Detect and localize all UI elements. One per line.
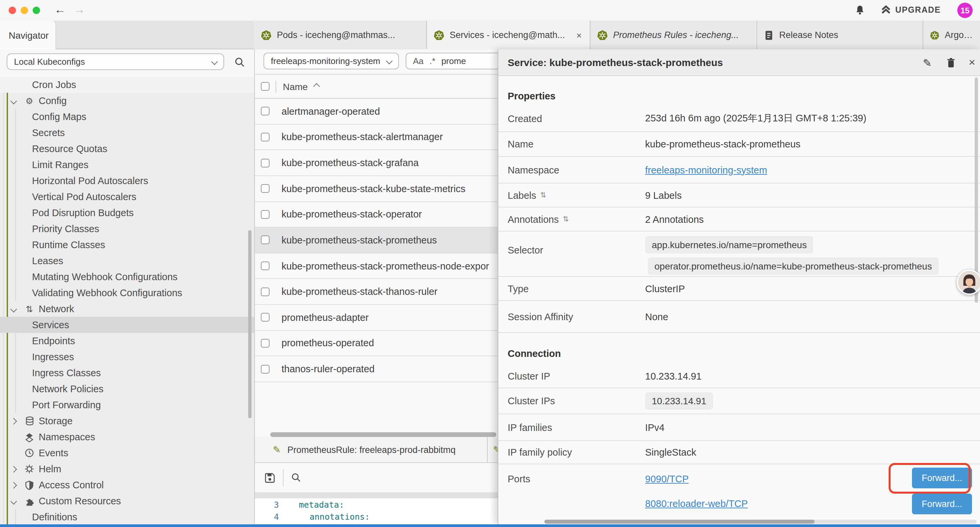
table-row[interactable]: alertmanager-operated — [255, 99, 498, 124]
port-link-9090[interactable]: 9090/TCP — [645, 474, 689, 484]
window-close-button[interactable] — [9, 7, 16, 14]
tab-services[interactable]: Services - icecheng@math... × — [427, 21, 590, 49]
match-case-toggle[interactable]: Aa — [413, 56, 424, 66]
forward-button[interactable]: → — [72, 2, 88, 18]
row-checkbox[interactable] — [261, 365, 269, 373]
sidebar-item-events[interactable]: Events — [0, 445, 254, 461]
profile-badge[interactable]: 15 — [957, 3, 973, 18]
sidebar-item-validating-webhook-configurations[interactable]: Validating Webhook Configurations — [0, 285, 254, 301]
regex-toggle[interactable]: .* — [430, 56, 435, 66]
sidebar-item-ingresses[interactable]: Ingresses — [0, 349, 254, 365]
detail-horizontal-scrollbar[interactable] — [544, 520, 815, 524]
window-zoom-button[interactable] — [33, 7, 40, 14]
namespace-link[interactable]: freeleaps-monitoring-system — [645, 164, 767, 175]
sidebar-item-ingress-classes[interactable]: Ingress Classes — [0, 365, 254, 381]
table-row[interactable]: prometheus-operated — [255, 331, 498, 356]
table-row[interactable]: kube-prometheus-stack-kube-state-metrics — [255, 176, 498, 202]
sidebar-item-endpoints[interactable]: Endpoints — [0, 333, 254, 349]
sidebar-item-runtime-classes[interactable]: Runtime Classes — [0, 237, 254, 253]
yaml-editor[interactable]: 3metadata: 4annotations: 5kubectl.kubern… — [255, 498, 498, 524]
sidebar-item-vertical-pod-autoscalers[interactable]: Vertical Pod Autoscalers — [0, 189, 254, 205]
sidebar-item-cron-jobs[interactable]: Cron Jobs — [0, 77, 254, 93]
row-checkbox[interactable] — [261, 158, 269, 167]
sidebar-item-config-maps[interactable]: Config Maps — [0, 109, 254, 125]
sidebar-group-config[interactable]: ⚙ Config — [0, 93, 254, 109]
sidebar-group-helm[interactable]: Helm — [0, 461, 254, 477]
sidebar-item-namespaces[interactable]: Namespaces — [0, 429, 254, 445]
sort-ascending-icon[interactable] — [313, 83, 320, 90]
notifications-bell-icon[interactable] — [854, 5, 865, 16]
port-link-8080[interactable]: 8080:reloader-web/TCP — [645, 498, 748, 509]
detail-row-cluster-ip: Cluster IP 10.233.14.91 — [498, 364, 980, 388]
column-header-name[interactable]: Name — [283, 81, 308, 92]
window-minimize-button[interactable] — [21, 7, 28, 14]
kubeconfig-select[interactable]: Local Kubeconfigs — [7, 53, 224, 70]
save-icon[interactable] — [264, 472, 275, 483]
row-checkbox[interactable] — [261, 313, 269, 322]
editor-tab-prometheusrule[interactable]: ✎ PrometheusRule: freeleaps-prod-rabbitm… — [255, 437, 488, 462]
filter-input[interactable]: Aa .* prome — [406, 53, 498, 69]
sidebar-item-priority-classes[interactable]: Priority Classes — [0, 221, 254, 237]
sidebar-group-network[interactable]: ⇅ Network — [0, 301, 254, 317]
list-horizontal-scrollbar[interactable] — [270, 432, 496, 437]
row-checkbox[interactable] — [261, 133, 269, 142]
sidebar-item-mutating-webhook-configurations[interactable]: Mutating Webhook Configurations — [0, 269, 254, 285]
row-checkbox[interactable] — [261, 339, 269, 347]
sidebar-item-leases[interactable]: Leases — [0, 253, 254, 269]
expand-collapse-icon[interactable]: ⇅ — [540, 191, 546, 199]
select-all-checkbox[interactable] — [261, 82, 269, 91]
table-row[interactable]: prometheus-adapter — [255, 305, 498, 331]
table-row[interactable]: kube-prometheus-stack-thanos-ruler — [255, 279, 498, 305]
sidebar-group-custom-resources[interactable]: Custom Resources — [0, 493, 254, 509]
assistant-avatar[interactable] — [957, 269, 980, 295]
events-clock-icon — [24, 448, 35, 458]
tab-argo[interactable]: Argo Se — [923, 21, 980, 49]
sidebar-item-resource-quotas[interactable]: Resource Quotas — [0, 141, 254, 157]
sidebar-item-pod-disruption-budgets[interactable]: Pod Disruption Budgets — [0, 205, 254, 221]
row-checkbox[interactable] — [261, 261, 269, 270]
navigator-tab[interactable]: Navigator — [0, 21, 56, 49]
sidebar-search-icon[interactable] — [234, 57, 245, 68]
detail-vertical-scrollbar[interactable] — [975, 77, 978, 303]
detail-row-labels: Labels⇅ 9 Labels — [498, 183, 980, 207]
section-properties: Properties — [508, 91, 555, 101]
tab-close-icon[interactable]: × — [575, 30, 583, 40]
back-button[interactable]: ← — [52, 2, 68, 18]
editor-sticky-lines: 3metadata: 4annotations: 5kubectl.kubern… — [255, 498, 498, 524]
row-checkbox[interactable] — [261, 236, 269, 245]
table-row-selected[interactable]: kube-prometheus-stack-prometheus — [255, 228, 498, 253]
sidebar-item-network-policies[interactable]: Network Policies — [0, 381, 254, 397]
row-checkbox[interactable] — [261, 184, 269, 193]
row-checkbox[interactable] — [261, 107, 269, 116]
editor-tab-partial[interactable]: ✎ — [488, 437, 498, 462]
table-row[interactable]: kube-prometheus-stack-operator — [255, 202, 498, 228]
detail-row-ip-family-policy: IP family policy SingleStack — [498, 441, 980, 464]
sidebar-group-access-control[interactable]: Access Control — [0, 477, 254, 493]
edit-pencil-icon[interactable]: ✎ — [919, 49, 936, 76]
tab-pods[interactable]: Pods - icecheng@mathmas... — [254, 21, 427, 49]
close-icon[interactable]: × — [963, 49, 980, 76]
upgrade-button[interactable]: UPGRADE — [881, 5, 941, 15]
sidebar-item-limit-ranges[interactable]: Limit Ranges — [0, 157, 254, 173]
row-checkbox[interactable] — [261, 287, 269, 296]
table-row[interactable]: kube-prometheus-stack-prometheus-node-ex… — [255, 253, 498, 279]
editor-search-icon[interactable] — [291, 472, 302, 483]
sidebar-item-horizontal-pod-autoscalers[interactable]: Horizontal Pod Autoscalers — [0, 173, 254, 189]
tab-release-notes[interactable]: Release Notes — [757, 21, 923, 49]
delete-trash-icon[interactable] — [942, 49, 959, 76]
sidebar-item-definitions[interactable]: Definitions — [0, 509, 254, 524]
row-checkbox[interactable] — [261, 210, 269, 219]
table-row[interactable]: thanos-ruler-operated — [255, 357, 498, 382]
namespace-select[interactable]: freeleaps-monitoring-system — [264, 53, 399, 69]
sidebar-item-port-forwarding[interactable]: Port Forwarding — [0, 397, 254, 413]
sidebar-item-secrets[interactable]: Secrets — [0, 125, 254, 141]
expand-collapse-icon[interactable]: ⇅ — [563, 215, 569, 223]
kubernetes-icon — [597, 30, 608, 40]
table-row[interactable]: kube-prometheus-stack-grafana — [255, 150, 498, 176]
forward-button[interactable]: Forward... — [912, 494, 972, 514]
sidebar-group-storage[interactable]: Storage — [0, 413, 254, 429]
table-row[interactable]: kube-prometheus-stack-alertmanager — [255, 124, 498, 150]
sidebar-scrollbar[interactable] — [248, 230, 251, 418]
sidebar-item-services[interactable]: Services — [0, 317, 254, 333]
tab-prometheus-rules[interactable]: Prometheus Rules - icecheng... — [590, 21, 757, 49]
